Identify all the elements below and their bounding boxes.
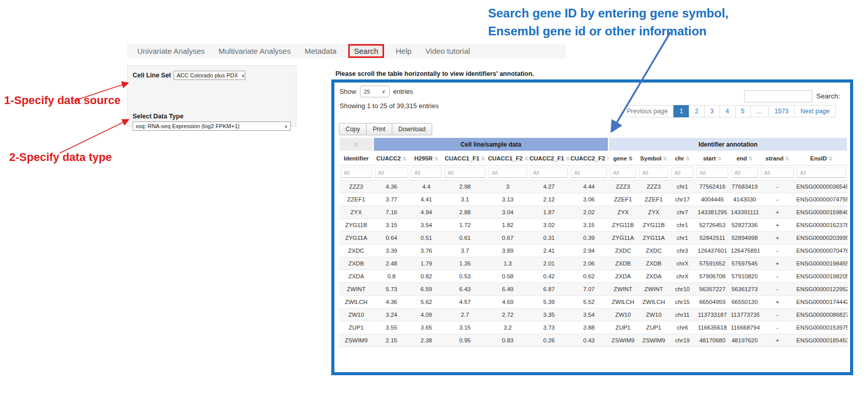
cell: 3.77	[373, 193, 410, 206]
cell: chr1	[670, 232, 695, 245]
sort-icon[interactable]: ⇅	[566, 156, 569, 161]
cell: 57591652	[695, 257, 730, 270]
cell: +	[759, 206, 795, 219]
sort-icon[interactable]: ⇅	[481, 156, 485, 161]
sort-icon[interactable]: ⇅	[785, 156, 789, 161]
sort-icon[interactable]: ⇅	[607, 156, 608, 161]
pagination-page-2[interactable]: 2	[689, 105, 705, 117]
column-header-strand[interactable]: strand⇅	[759, 151, 795, 166]
cell-line-set-select[interactable]: ACC Colorado plus PDX ∨	[174, 71, 245, 80]
download-button[interactable]: Download	[392, 123, 432, 135]
filter-input-start[interactable]	[696, 168, 728, 178]
cell: 3.88	[569, 321, 608, 334]
sort-icon[interactable]: ⇅	[686, 156, 690, 161]
cell: 3.04	[487, 206, 528, 219]
pagination-previous[interactable]: Previous page	[621, 105, 674, 117]
column-header-cuacc2-f1[interactable]: CUACC2_F1⇅	[528, 151, 569, 166]
filter-input-identifier[interactable]	[341, 168, 372, 178]
search-results-panel: Show 25 ∨ entries Showing 1 to 25 of 39,…	[331, 79, 853, 375]
column-header-cuacc1-f1[interactable]: CUACC1_F1⇅	[443, 151, 487, 166]
print-button[interactable]: Print	[366, 123, 392, 135]
column-header-cuacc2[interactable]: CUACC2⇅	[373, 151, 410, 166]
sort-icon[interactable]: ⇅	[524, 156, 528, 161]
sort-icon[interactable]: ⇅	[354, 142, 358, 148]
sort-icon[interactable]: ⇅	[403, 156, 407, 161]
page-size-value: 25	[364, 89, 370, 95]
nav-item-multivariate-analyses[interactable]: Multivariate Analyses	[219, 47, 291, 55]
copy-button[interactable]: Copy	[339, 123, 367, 135]
page-size-select[interactable]: 25 ∨	[360, 86, 390, 97]
nav-item-help[interactable]: Help	[396, 47, 412, 55]
filter-input-cuacc1-f2[interactable]	[489, 168, 527, 178]
cell: 0.39	[569, 232, 608, 245]
cell: 3.89	[487, 245, 528, 257]
sort-icon[interactable]: ⇅	[434, 156, 438, 161]
column-header-gene[interactable]: gene⇅	[608, 151, 638, 166]
filter-input-gene[interactable]	[610, 168, 636, 178]
export-buttons: CopyPrintDownload	[340, 123, 432, 135]
cell: -	[759, 193, 795, 206]
filter-input-cuacc2[interactable]	[375, 168, 408, 178]
entries-label: entries	[393, 88, 413, 95]
cell: 0.31	[528, 232, 569, 245]
filter-input-cuacc1-f1[interactable]	[444, 168, 485, 178]
column-header-symbol[interactable]: Symbol⇅	[638, 151, 670, 166]
cell: 7.07	[569, 283, 608, 296]
filter-input-chr[interactable]	[671, 168, 693, 178]
cell: ZZZ3	[608, 180, 638, 193]
cell: 52827336	[730, 219, 759, 232]
cell: 3.54	[569, 309, 608, 321]
cell: ENSG00000203995.10	[795, 232, 848, 245]
column-header-cuacc1-f2[interactable]: CUACC1_F2⇅	[487, 151, 528, 166]
cell: 113733187	[695, 309, 730, 321]
column-header-end[interactable]: end⇅	[730, 151, 759, 166]
search-input[interactable]	[744, 90, 812, 103]
pagination-ellipsis[interactable]: …	[750, 105, 769, 117]
cell: 4143030	[730, 193, 759, 206]
cell: ZZZ3	[339, 180, 373, 193]
pagination-page-1[interactable]: 1	[673, 105, 689, 117]
cell: 3.15	[569, 219, 608, 232]
data-type-select[interactable]: xsq: RNA-seq Expression (log2 FPKM+1) ∨	[133, 121, 291, 131]
pagination-page-5[interactable]: 5	[735, 105, 751, 117]
pagination-page-3[interactable]: 3	[704, 105, 720, 117]
filter-input-h295r[interactable]	[411, 168, 441, 178]
cell: 3.76	[410, 245, 443, 257]
pagination-page-4[interactable]: 4	[719, 105, 735, 117]
filter-input-cuacc2-f1[interactable]	[530, 168, 568, 178]
sort-icon[interactable]: ⇅	[829, 156, 833, 161]
table-row-zzef1: ZZEF13.774.413.13.132.123.06ZZEF1ZZEF1ch…	[339, 193, 848, 206]
filter-input-cuacc2-f2[interactable]	[571, 168, 607, 178]
cell: ZUP1	[339, 321, 373, 334]
sort-icon[interactable]: ⇅	[717, 156, 722, 161]
filter-input-symbol[interactable]	[639, 168, 668, 178]
column-header-identifier[interactable]: Identifier	[339, 151, 373, 166]
filter-input-strand[interactable]	[761, 168, 794, 178]
pagination-next[interactable]: Next page	[794, 105, 836, 117]
sort-icon[interactable]: ⇅	[628, 156, 632, 161]
cell: 4.41	[410, 193, 443, 206]
filter-input-end[interactable]	[731, 168, 758, 178]
cell: 0.83	[487, 334, 528, 347]
nav-item-metadata[interactable]: Metadata	[305, 47, 337, 55]
showing-entries-text: Showing 1 to 25 of 39,315 entries	[340, 102, 439, 110]
cell: 3.55	[373, 321, 410, 334]
cell: ZZEF1	[608, 193, 638, 206]
sort-icon[interactable]: ⇅	[749, 156, 753, 161]
cell: 3.24	[373, 309, 410, 321]
sort-icon[interactable]: ⇅	[663, 156, 667, 161]
column-header-h295r[interactable]: H295R⇅	[410, 151, 443, 166]
cell: 4.57	[443, 296, 487, 309]
page: Univariate AnalysesMultivariate Analyses…	[0, 0, 868, 407]
nav-item-video-tutorial[interactable]: Video tutorial	[426, 47, 470, 55]
column-header-ensid[interactable]: EnsID⇅	[795, 151, 848, 166]
column-header-cuacc2-f2[interactable]: CUACC2_F2⇅	[569, 151, 608, 166]
nav-item-search[interactable]: Search	[348, 44, 384, 58]
column-header-start[interactable]: start⇅	[695, 151, 730, 166]
pagination-page-1573[interactable]: 1573	[768, 105, 795, 117]
cell: 77683419	[730, 180, 759, 193]
cell: 3.39	[373, 245, 410, 257]
column-header-chr[interactable]: chr⇅	[670, 151, 695, 166]
nav-item-univariate-analyses[interactable]: Univariate Analyses	[137, 47, 205, 55]
filter-input-ensid[interactable]	[797, 168, 846, 178]
